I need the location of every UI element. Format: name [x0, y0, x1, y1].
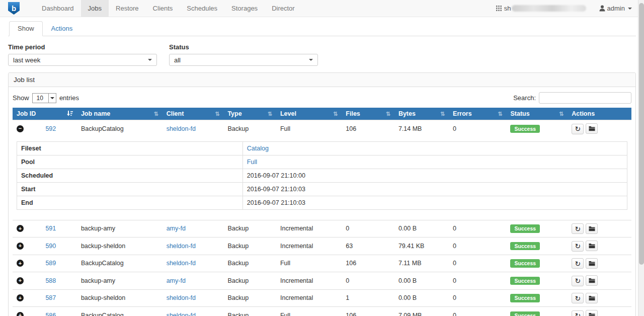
type-cell: Backup	[223, 120, 276, 137]
nav-item-director[interactable]: Director	[265, 0, 302, 17]
vertical-scrollbar[interactable]	[638, 0, 644, 316]
bytes-cell: 7.11 MB	[394, 255, 449, 272]
column-header-files[interactable]: Files⇅	[342, 108, 394, 120]
column-header-bytes[interactable]: Bytes⇅	[394, 108, 449, 120]
search-control: Search:	[513, 92, 631, 104]
job-files-button[interactable]	[586, 258, 598, 269]
entries-label: entries	[59, 94, 79, 102]
column-header-actions[interactable]: Actions	[568, 108, 631, 120]
job-files-button[interactable]	[586, 241, 598, 251]
nav-item-restore[interactable]: Restore	[109, 0, 146, 17]
job-id-link[interactable]: 588	[45, 277, 56, 284]
nav-item-clients[interactable]: Clients	[146, 0, 180, 17]
job-row: +586BackupCatalogsheldon-fdBackupFull106…	[13, 307, 631, 316]
nav-item-storages[interactable]: Storages	[224, 0, 265, 17]
sort-both-icon: ⇅	[386, 111, 390, 117]
rerun-job-button[interactable]: ↻	[572, 276, 584, 286]
column-header-errors[interactable]: Errors⇅	[449, 108, 506, 120]
column-header-level[interactable]: Level⇅	[276, 108, 342, 120]
job-files-button[interactable]	[586, 310, 598, 316]
rerun-job-button[interactable]: ↻	[572, 258, 584, 269]
level-cell: Incremental	[276, 238, 342, 255]
select-arrow-button[interactable]	[48, 94, 56, 103]
job-id-link[interactable]: 592	[45, 125, 56, 132]
rerun-job-button[interactable]: ↻	[572, 124, 584, 134]
client-link[interactable]: sheldon-fd	[167, 125, 196, 132]
scrollbar-thumb[interactable]	[639, 3, 644, 265]
job-name: BackupCatalog	[81, 125, 124, 132]
files-count: 1	[346, 294, 349, 301]
sort-both-icon: ⇅	[559, 111, 564, 117]
page-size-select[interactable]: 10	[32, 93, 56, 103]
job-id-link[interactable]: 590	[45, 243, 56, 250]
actions-cell: ↻	[568, 220, 631, 238]
bytes-cell: 7.14 MB	[394, 120, 449, 137]
client-link[interactable]: amy-fd	[167, 277, 186, 284]
rerun-job-button[interactable]: ↻	[572, 241, 584, 252]
job-files-button[interactable]	[586, 275, 598, 286]
nav-item-jobs[interactable]: Jobs	[81, 0, 109, 17]
client-link[interactable]: sheldon-fd	[167, 312, 196, 316]
time-period-value: last week	[13, 56, 40, 64]
host-name-prefix: sh	[504, 5, 511, 12]
job-id-cell: 592	[41, 120, 77, 137]
errors-cell: 0	[449, 307, 506, 316]
job-type: Backup	[227, 312, 249, 316]
status-value: all	[174, 56, 181, 64]
job-level: Full	[280, 260, 290, 267]
nav-item-dashboard[interactable]: Dashboard	[35, 0, 81, 17]
expand-row-icon[interactable]: +	[17, 312, 24, 316]
chevron-down-icon	[50, 97, 54, 99]
job-files-button[interactable]	[586, 293, 598, 303]
job-level: Incremental	[280, 277, 313, 284]
expand-row-icon[interactable]: +	[17, 225, 24, 232]
nav-item-schedules[interactable]: Schedules	[180, 0, 224, 17]
tab-actions[interactable]: Actions	[43, 21, 82, 36]
expand-row-icon[interactable]: +	[17, 243, 24, 250]
column-header-type[interactable]: Type⇅	[223, 108, 276, 120]
column-header-client[interactable]: Client⇅	[163, 108, 224, 120]
client-link[interactable]: sheldon-fd	[167, 260, 196, 267]
time-period-select[interactable]: last week	[8, 54, 157, 66]
detail-link[interactable]: Catalog	[247, 145, 269, 152]
job-files-button[interactable]	[586, 123, 598, 134]
job-files-button[interactable]	[586, 223, 598, 234]
top-navbar: b Dashboard Jobs Restore Clients Schedul…	[0, 0, 644, 17]
search-input[interactable]	[539, 92, 631, 104]
rerun-job-button[interactable]: ↻	[572, 223, 584, 234]
column-header-job-id[interactable]: Job ID	[13, 108, 77, 120]
job-id-link[interactable]: 589	[45, 260, 56, 267]
collapse-row-icon[interactable]: −	[17, 125, 24, 132]
column-header-status[interactable]: Status⇅	[506, 108, 568, 120]
brand-logo[interactable]: b	[8, 0, 20, 17]
status-badge: Success	[510, 125, 540, 133]
folder-icon	[589, 126, 595, 131]
rerun-job-button[interactable]: ↻	[572, 310, 584, 316]
detail-value-pool: Full	[243, 155, 627, 169]
expand-row-icon[interactable]: +	[17, 277, 24, 284]
client-link[interactable]: sheldon-fd	[167, 294, 196, 301]
client-link[interactable]: amy-fd	[167, 225, 186, 232]
job-id-link[interactable]: 587	[45, 294, 56, 301]
column-label: Files	[346, 110, 360, 117]
host-selector[interactable]: sh	[496, 5, 586, 12]
job-id-cell: 588	[41, 272, 77, 290]
job-id-link[interactable]: 591	[45, 225, 56, 232]
client-link[interactable]: sheldon-fd	[167, 243, 196, 250]
status-cell: Success	[506, 120, 568, 137]
detail-link[interactable]: Full	[247, 159, 257, 166]
column-label: Type	[227, 110, 242, 117]
status-select[interactable]: all	[169, 54, 318, 66]
expand-row-icon[interactable]: +	[17, 260, 24, 267]
tab-show[interactable]: Show	[9, 21, 43, 36]
expand-row-icon[interactable]: +	[17, 294, 24, 301]
detail-label-pool: Pool	[17, 155, 243, 169]
job-level: Incremental	[280, 294, 313, 301]
rerun-job-button[interactable]: ↻	[572, 293, 584, 303]
job-row: +591backup-amyamy-fdBackupIncremental00.…	[13, 220, 631, 238]
job-id-link[interactable]: 586	[45, 312, 56, 316]
level-cell: Full	[276, 255, 342, 272]
client-cell: sheldon-fd	[163, 307, 224, 316]
user-menu[interactable]: admin	[599, 5, 632, 12]
column-header-job-name[interactable]: Job name⇅	[77, 108, 163, 120]
